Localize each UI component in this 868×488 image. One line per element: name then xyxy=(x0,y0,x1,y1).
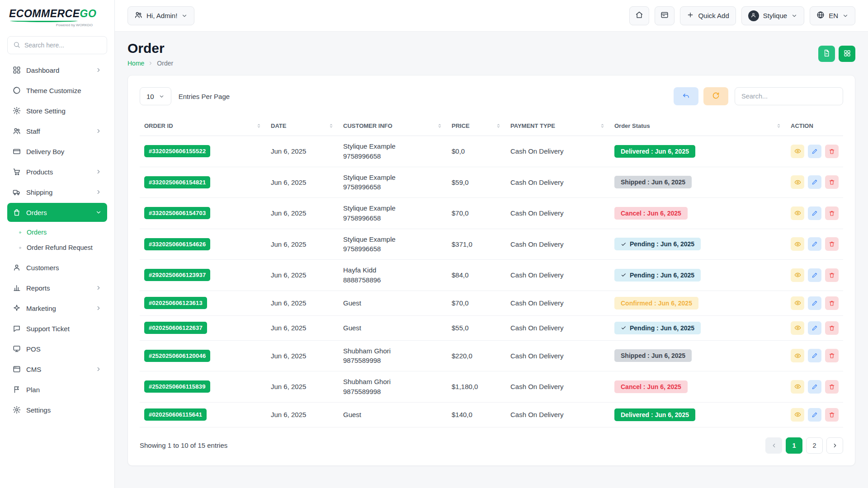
delete-order-button[interactable] xyxy=(825,296,839,310)
view-order-button[interactable] xyxy=(791,237,804,251)
export-button[interactable] xyxy=(818,46,835,62)
sort-icon[interactable] xyxy=(776,123,782,129)
sort-icon[interactable] xyxy=(495,123,501,129)
sort-icon[interactable] xyxy=(599,123,605,129)
sidebar-item-settings[interactable]: Settings xyxy=(7,400,107,419)
edit-order-button[interactable] xyxy=(808,380,821,394)
edit-order-button[interactable] xyxy=(808,296,821,310)
view-order-button[interactable] xyxy=(791,206,804,220)
col-header-order-status[interactable]: Order Status xyxy=(610,116,786,136)
edit-order-button[interactable] xyxy=(808,175,821,189)
refresh-button[interactable] xyxy=(703,87,728,105)
order-id-badge[interactable]: #020250606115641 xyxy=(144,408,207,421)
sidebar-search[interactable] xyxy=(7,36,107,54)
delete-order-button[interactable] xyxy=(825,408,839,422)
sidebar-item-shipping[interactable]: Shipping xyxy=(7,183,107,202)
order-id-badge[interactable]: #3320250606154626 xyxy=(144,238,210,250)
pos-card-button[interactable] xyxy=(655,6,675,25)
delete-order-button[interactable] xyxy=(825,206,839,220)
delete-order-button[interactable] xyxy=(825,380,839,394)
sidebar-item-orders[interactable]: Orders xyxy=(7,203,107,222)
col-header-price[interactable]: PRICE xyxy=(447,116,506,136)
customer-phone: 9758996658 xyxy=(343,182,443,192)
view-order-button[interactable] xyxy=(791,175,804,189)
grid-view-button[interactable] xyxy=(839,46,855,62)
language-switcher-button[interactable]: EN xyxy=(810,6,855,25)
view-order-button[interactable] xyxy=(791,408,804,422)
pagination-next-button[interactable] xyxy=(826,437,843,454)
edit-order-button[interactable] xyxy=(808,268,821,282)
view-order-button[interactable] xyxy=(791,380,804,394)
sidebar-item-delivery-boy[interactable]: Delivery Boy xyxy=(7,142,107,161)
order-id-badge[interactable]: #020250606122637 xyxy=(144,322,207,334)
table-search-input[interactable] xyxy=(735,87,843,105)
row-actions xyxy=(791,349,839,362)
sidebar-item-marketing[interactable]: Marketing xyxy=(7,299,107,318)
edit-order-button[interactable] xyxy=(808,237,821,251)
sidebar-item-store-setting[interactable]: Store Setting xyxy=(7,101,107,120)
col-header-date[interactable]: DATE xyxy=(266,116,339,136)
home-button[interactable] xyxy=(629,6,649,25)
payment-type: Cash On Delivery xyxy=(510,209,564,217)
edit-order-button[interactable] xyxy=(808,145,821,158)
breadcrumb-home-link[interactable]: Home xyxy=(127,60,144,67)
sidebar-item-staff[interactable]: Staff xyxy=(7,122,107,141)
sidebar-item-pos[interactable]: POS xyxy=(7,339,107,358)
order-price: $70,0 xyxy=(452,209,469,217)
delete-order-button[interactable] xyxy=(825,321,839,335)
col-header-order-id[interactable]: ORDER ID xyxy=(140,116,266,136)
delete-order-button[interactable] xyxy=(825,237,839,251)
order-id-badge[interactable]: #3320250606155522 xyxy=(144,145,210,157)
order-id-badge[interactable]: #2520250606120046 xyxy=(144,350,210,362)
sidebar-item-plan[interactable]: Plan xyxy=(7,380,107,399)
order-id-badge[interactable]: #3320250606154703 xyxy=(144,207,210,219)
admin-menu-button[interactable]: Hi, Admin! xyxy=(127,6,194,25)
order-date: Jun 6, 2025 xyxy=(271,299,306,307)
quick-add-button[interactable]: Quick Add xyxy=(680,6,736,25)
col-header-payment-type[interactable]: PAYMENT TYPE xyxy=(506,116,610,136)
sidebar-item-products[interactable]: Products xyxy=(7,162,107,181)
check-icon xyxy=(621,325,627,331)
pagination-prev-button[interactable] xyxy=(765,437,782,454)
view-order-button[interactable] xyxy=(791,349,804,362)
view-order-button[interactable] xyxy=(791,145,804,158)
sidebar-item-reports[interactable]: Reports xyxy=(7,278,107,297)
delete-order-button[interactable] xyxy=(825,175,839,189)
order-id-badge[interactable]: #2520250606115839 xyxy=(144,380,210,393)
delete-order-button[interactable] xyxy=(825,268,839,282)
col-header-customer-info[interactable]: CUSTOMER INFO xyxy=(339,116,447,136)
spark-icon xyxy=(13,304,21,312)
pagination-page-2[interactable]: 2 xyxy=(806,437,823,454)
edit-order-button[interactable] xyxy=(808,321,821,335)
entries-per-page-select[interactable]: 10 xyxy=(140,87,171,105)
sidebar-subitem-order-refund-request[interactable]: Order Refund Request xyxy=(14,240,107,255)
plan-icon xyxy=(13,385,21,394)
order-id-badge[interactable]: #020250606123613 xyxy=(144,297,207,309)
edit-order-button[interactable] xyxy=(808,349,821,362)
sidebar-item-customers[interactable]: Customers xyxy=(7,258,107,277)
order-date: Jun 6, 2025 xyxy=(271,352,306,360)
sidebar-item-support-ticket[interactable]: Support Ticket xyxy=(7,319,107,338)
sort-icon[interactable] xyxy=(256,123,262,129)
delete-order-button[interactable] xyxy=(825,349,839,362)
sort-icon[interactable] xyxy=(328,123,334,129)
order-id-badge[interactable]: #3320250606154821 xyxy=(144,176,210,188)
view-order-button[interactable] xyxy=(791,321,804,335)
sidebar-item-cms[interactable]: CMS xyxy=(7,360,107,379)
undo-button[interactable] xyxy=(674,87,698,105)
edit-order-button[interactable] xyxy=(808,206,821,220)
store-switcher-button[interactable]: Stylique xyxy=(741,6,804,25)
edit-order-button[interactable] xyxy=(808,408,821,422)
order-id-badge[interactable]: #2920250606123937 xyxy=(144,269,210,281)
sidebar-subitem-orders[interactable]: Orders xyxy=(14,225,107,239)
view-order-button[interactable] xyxy=(791,268,804,282)
row-actions xyxy=(791,321,839,335)
sidebar-search-input[interactable] xyxy=(24,42,101,49)
sort-icon[interactable] xyxy=(437,123,443,129)
pagination-page-1[interactable]: 1 xyxy=(786,437,802,454)
sidebar-item-theme-customize[interactable]: Theme Customize xyxy=(7,81,107,100)
view-order-button[interactable] xyxy=(791,296,804,310)
customer-phone: 9758996658 xyxy=(343,213,443,223)
sidebar-item-dashboard[interactable]: Dashboard xyxy=(7,61,107,80)
delete-order-button[interactable] xyxy=(825,145,839,158)
